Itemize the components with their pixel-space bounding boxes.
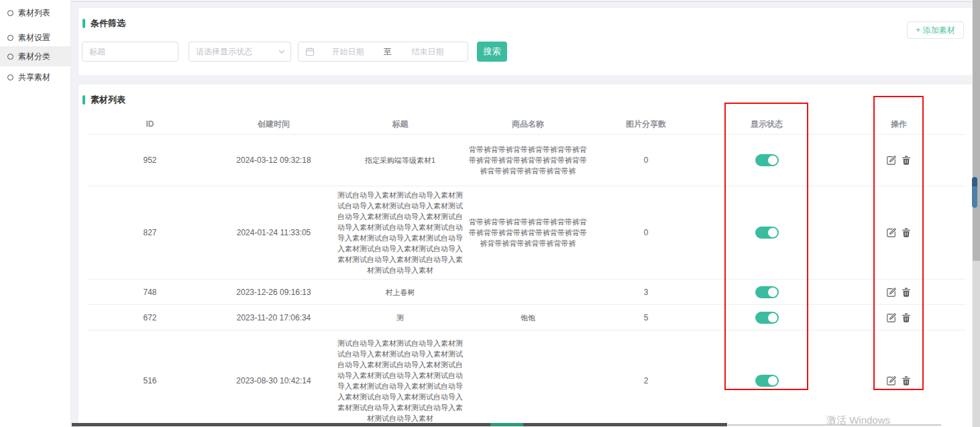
trash-icon[interactable] xyxy=(902,376,911,385)
scrollbar-thumb[interactable] xyxy=(972,177,977,208)
cell-display-status xyxy=(702,330,832,427)
sidebar-item-material-category[interactable]: 素材分类 xyxy=(0,46,70,66)
circle-icon xyxy=(7,35,13,41)
trash-icon[interactable] xyxy=(902,156,911,165)
table-row: 748 2023-12-26 09:16:13 村上春树 3 xyxy=(87,280,966,305)
cell-shares: 0 xyxy=(590,135,702,186)
add-material-button[interactable]: + 添加素材 xyxy=(907,21,964,39)
sidebar-item-material-settings[interactable]: 素材设置 xyxy=(0,27,70,48)
cell-product: 饱饱 xyxy=(466,305,590,330)
sidebar-item-label: 素材设置 xyxy=(18,32,50,44)
col-header-shares: 图片分享数 xyxy=(590,119,702,130)
edit-icon[interactable] xyxy=(887,156,896,165)
toggle-knob xyxy=(768,228,777,237)
circle-icon xyxy=(7,74,13,80)
calendar-icon xyxy=(305,47,315,56)
display-status-select[interactable]: 请选择显示状态 xyxy=(188,42,291,62)
edit-icon[interactable] xyxy=(887,288,896,297)
cell-created: 2023-12-26 09:16:13 xyxy=(213,280,335,304)
toggle-knob xyxy=(768,313,777,322)
title-filter-input[interactable] xyxy=(82,42,178,62)
table-row: 827 2024-01-24 11:33:05 测试自动导入素材测试自动导入素材… xyxy=(87,186,966,280)
cell-id: 748 xyxy=(87,280,213,304)
filter-section-header: 条件筛选 xyxy=(83,17,125,29)
sidebar-item-label: 素材列表 xyxy=(18,7,50,19)
table-row: 952 2024-03-12 09:32:18 指定采购端等级素材1 背带裤背带… xyxy=(87,135,966,186)
sidebar-item-material-list[interactable]: 素材列表 xyxy=(0,3,70,23)
trash-icon[interactable] xyxy=(902,288,911,297)
circle-icon xyxy=(7,10,13,16)
cell-shares: 5 xyxy=(590,305,702,330)
cell-title: 测试自动导入素材测试自动导入素材测试自动导入素材测试自动导入素材测试自动导入素材… xyxy=(335,330,466,427)
date-range-picker[interactable]: 开始日期 至 结束日期 xyxy=(298,42,468,62)
cell-product xyxy=(466,330,590,427)
date-separator: 至 xyxy=(381,46,394,58)
display-status-toggle[interactable] xyxy=(755,312,779,324)
sidebar-item-label: 共享素材 xyxy=(18,72,50,83)
material-list-card: 素材列表 ID 创建时间 标题 商品名称 图片分享数 显示状态 操作 952 2… xyxy=(78,84,972,427)
scrollbar-track xyxy=(973,0,980,427)
cell-operations xyxy=(832,330,966,427)
trash-icon[interactable] xyxy=(902,313,911,322)
cell-title: 测试自动导入素材测试自动导入素材测试自动导入素材测试自动导入素材测试自动导入素材… xyxy=(335,186,466,279)
cell-shares: 3 xyxy=(590,280,702,304)
cell-created: 2023-08-30 10:42:14 xyxy=(213,330,335,427)
table-header-row: ID 创建时间 标题 商品名称 图片分享数 显示状态 操作 xyxy=(87,114,966,135)
table-row: 516 2023-08-30 10:42:14 测试自动导入素材测试自动导入素材… xyxy=(87,330,966,427)
filter-card: 条件筛选 请选择显示状态 开始日期 至 结束日期 搜索 + 添加素材 xyxy=(78,8,972,75)
display-status-toggle[interactable] xyxy=(755,154,779,166)
cell-created: 2024-01-24 11:33:05 xyxy=(213,186,335,279)
cell-product: 背带裤背带裤背带裤背带裤背带裤背带裤背带裤背带裤背带裤背带裤背带裤背带裤背带裤背… xyxy=(466,135,590,186)
sidebar-item-shared-material[interactable]: 共享素材 xyxy=(0,67,70,87)
section-accent-bar xyxy=(83,95,85,105)
cell-display-status xyxy=(702,135,832,186)
table-row: 672 2023-11-20 17:06:34 测 饱饱 5 xyxy=(87,305,966,330)
col-header-title: 标题 xyxy=(335,119,466,130)
col-header-display-status: 显示状态 xyxy=(702,119,832,130)
cell-id: 827 xyxy=(87,186,213,279)
chevron-down-icon xyxy=(278,50,285,54)
cell-created: 2023-11-20 17:06:34 xyxy=(213,305,335,330)
window-bottom-edge-line xyxy=(728,424,941,426)
col-header-product: 商品名称 xyxy=(466,119,590,130)
cell-operations xyxy=(832,305,966,330)
cell-shares: 2 xyxy=(590,330,702,427)
start-date-placeholder: 开始日期 xyxy=(315,46,381,58)
toggle-knob xyxy=(768,376,777,385)
cell-display-status xyxy=(702,280,832,304)
display-status-toggle[interactable] xyxy=(755,286,779,298)
toggle-knob xyxy=(768,156,777,165)
cell-product: 背带裤背带裤背带裤背带裤背带裤背带裤背带裤背带裤背带裤背带裤背带裤背带裤背带裤背… xyxy=(466,186,590,279)
edit-icon[interactable] xyxy=(887,313,896,322)
cell-id: 952 xyxy=(87,135,213,186)
status-select-placeholder: 请选择显示状态 xyxy=(196,46,278,58)
cell-created: 2024-03-12 09:32:18 xyxy=(213,135,335,186)
table-section-title: 素材列表 xyxy=(91,94,125,106)
edit-icon[interactable] xyxy=(887,228,896,237)
main-content: 条件筛选 请选择显示状态 开始日期 至 结束日期 搜索 + 添加素材 xyxy=(70,0,980,427)
col-header-id: ID xyxy=(87,119,213,129)
section-accent-bar xyxy=(83,19,85,28)
display-status-toggle[interactable] xyxy=(755,375,779,387)
filter-section-title: 条件筛选 xyxy=(91,17,125,29)
cell-title: 指定采购端等级素材1 xyxy=(335,135,466,186)
col-header-created: 创建时间 xyxy=(213,119,335,130)
cell-id: 672 xyxy=(87,305,213,330)
page-top-divider xyxy=(70,1,974,2)
search-button[interactable]: 搜索 xyxy=(477,42,507,62)
edit-icon[interactable] xyxy=(887,376,896,385)
cell-title: 测 xyxy=(335,305,466,330)
col-header-operations: 操作 xyxy=(832,119,966,130)
cell-product xyxy=(466,280,590,304)
circle-icon xyxy=(7,54,13,60)
display-status-toggle[interactable] xyxy=(755,227,779,239)
material-table: ID 创建时间 标题 商品名称 图片分享数 显示状态 操作 952 2024-0… xyxy=(87,114,966,427)
window-bottom-edge-bar xyxy=(72,423,727,426)
sidebar-item-label: 素材分类 xyxy=(18,51,50,62)
cell-operations xyxy=(832,135,966,186)
end-date-placeholder: 结束日期 xyxy=(394,46,461,58)
sidebar: 素材列表 素材设置 素材分类 共享素材 xyxy=(0,0,70,427)
window-bottom-edge-green-segment xyxy=(490,423,523,426)
trash-icon[interactable] xyxy=(902,228,911,237)
cell-id: 516 xyxy=(87,330,213,427)
